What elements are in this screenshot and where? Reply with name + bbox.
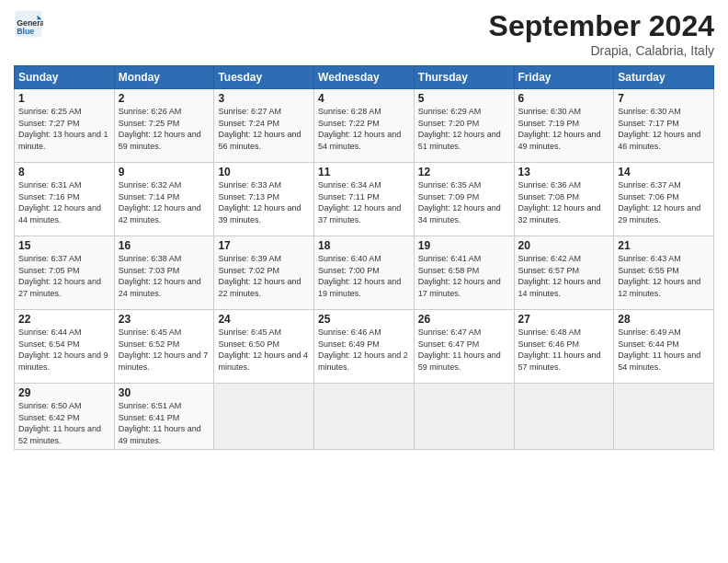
logo-icon: General Blue [14, 9, 43, 39]
svg-text:Blue: Blue [17, 27, 34, 36]
col-tuesday: Tuesday [214, 66, 314, 89]
calendar-cell: 9 Sunrise: 6:32 AMSunset: 7:14 PMDayligh… [114, 163, 214, 236]
calendar-cell: 19 Sunrise: 6:41 AMSunset: 6:58 PMDaylig… [414, 236, 514, 310]
calendar-cell: 26 Sunrise: 6:47 AMSunset: 6:47 PMDaylig… [414, 310, 514, 384]
day-info: Sunrise: 6:31 AMSunset: 7:16 PMDaylight:… [18, 180, 101, 224]
day-info: Sunrise: 6:45 AMSunset: 6:52 PMDaylight:… [119, 327, 209, 372]
day-info: Sunrise: 6:33 AMSunset: 7:13 PMDaylight:… [218, 180, 301, 224]
day-info: Sunrise: 6:35 AMSunset: 7:09 PMDaylight:… [418, 180, 501, 224]
day-number: 9 [119, 166, 210, 178]
col-monday: Monday [114, 66, 214, 89]
table-row: 8 Sunrise: 6:31 AMSunset: 7:16 PMDayligh… [15, 163, 714, 236]
month-title: September 2024 [489, 9, 714, 43]
day-number: 23 [119, 313, 210, 326]
header: General Blue September 2024 Drapia, Cala… [14, 9, 714, 58]
day-info: Sunrise: 6:30 AMSunset: 7:19 PMDaylight:… [518, 107, 601, 151]
calendar-cell: 15 Sunrise: 6:37 AMSunset: 7:05 PMDaylig… [15, 236, 115, 310]
calendar-cell [214, 384, 314, 450]
day-number: 27 [518, 313, 610, 326]
day-number: 10 [218, 166, 310, 178]
calendar-cell: 24 Sunrise: 6:45 AMSunset: 6:50 PMDaylig… [214, 310, 314, 384]
day-info: Sunrise: 6:29 AMSunset: 7:20 PMDaylight:… [418, 107, 501, 151]
day-info: Sunrise: 6:43 AMSunset: 6:55 PMDaylight:… [618, 254, 700, 298]
day-info: Sunrise: 6:48 AMSunset: 6:46 PMDaylight:… [518, 327, 601, 372]
table-row: 22 Sunrise: 6:44 AMSunset: 6:54 PMDaylig… [15, 310, 714, 384]
day-info: Sunrise: 6:49 AMSunset: 6:44 PMDaylight:… [618, 327, 700, 372]
col-thursday: Thursday [414, 66, 514, 89]
day-number: 30 [119, 386, 210, 399]
location-subtitle: Drapia, Calabria, Italy [489, 43, 714, 58]
table-row: 29 Sunrise: 6:50 AMSunset: 6:42 PMDaylig… [15, 384, 714, 450]
calendar-cell: 29 Sunrise: 6:50 AMSunset: 6:42 PMDaylig… [15, 384, 115, 450]
calendar-cell: 14 Sunrise: 6:37 AMSunset: 7:06 PMDaylig… [614, 163, 714, 236]
day-number: 18 [318, 239, 410, 252]
day-info: Sunrise: 6:34 AMSunset: 7:11 PMDaylight:… [318, 180, 401, 224]
calendar-cell: 30 Sunrise: 6:51 AMSunset: 6:41 PMDaylig… [114, 384, 214, 450]
day-info: Sunrise: 6:27 AMSunset: 7:24 PMDaylight:… [218, 107, 301, 151]
day-number: 17 [218, 239, 310, 252]
day-info: Sunrise: 6:28 AMSunset: 7:22 PMDaylight:… [318, 107, 401, 151]
table-row: 1 Sunrise: 6:25 AMSunset: 7:27 PMDayligh… [15, 89, 714, 163]
calendar-cell: 12 Sunrise: 6:35 AMSunset: 7:09 PMDaylig… [414, 163, 514, 236]
calendar-cell: 10 Sunrise: 6:33 AMSunset: 7:13 PMDaylig… [214, 163, 314, 236]
day-number: 6 [518, 92, 610, 105]
title-block: September 2024 Drapia, Calabria, Italy [489, 9, 714, 58]
day-info: Sunrise: 6:30 AMSunset: 7:17 PMDaylight:… [618, 107, 700, 151]
calendar-cell: 5 Sunrise: 6:29 AMSunset: 7:20 PMDayligh… [414, 89, 514, 163]
day-number: 8 [18, 166, 110, 178]
day-number: 26 [418, 313, 510, 326]
calendar-cell: 25 Sunrise: 6:46 AMSunset: 6:49 PMDaylig… [314, 310, 415, 384]
col-saturday: Saturday [614, 66, 714, 89]
day-info: Sunrise: 6:40 AMSunset: 7:00 PMDaylight:… [318, 254, 401, 298]
day-number: 7 [618, 92, 710, 105]
calendar-cell [414, 384, 514, 450]
day-info: Sunrise: 6:41 AMSunset: 6:58 PMDaylight:… [418, 254, 501, 298]
day-info: Sunrise: 6:39 AMSunset: 7:02 PMDaylight:… [218, 254, 301, 298]
calendar-cell: 13 Sunrise: 6:36 AMSunset: 7:08 PMDaylig… [514, 163, 614, 236]
day-number: 19 [418, 239, 510, 252]
day-number: 13 [518, 166, 610, 178]
day-number: 24 [218, 313, 310, 326]
calendar-cell: 3 Sunrise: 6:27 AMSunset: 7:24 PMDayligh… [214, 89, 314, 163]
calendar-cell: 23 Sunrise: 6:45 AMSunset: 6:52 PMDaylig… [114, 310, 214, 384]
day-number: 14 [618, 166, 710, 178]
day-number: 5 [418, 92, 510, 105]
calendar-cell: 27 Sunrise: 6:48 AMSunset: 6:46 PMDaylig… [514, 310, 614, 384]
day-number: 4 [318, 92, 410, 105]
day-info: Sunrise: 6:50 AMSunset: 6:42 PMDaylight:… [18, 401, 101, 445]
day-number: 28 [618, 313, 710, 326]
day-info: Sunrise: 6:51 AMSunset: 6:41 PMDaylight:… [119, 401, 201, 445]
day-number: 1 [18, 92, 110, 105]
day-number: 29 [18, 386, 110, 399]
calendar-cell: 7 Sunrise: 6:30 AMSunset: 7:17 PMDayligh… [614, 89, 714, 163]
day-info: Sunrise: 6:26 AMSunset: 7:25 PMDaylight:… [119, 107, 201, 151]
calendar-cell: 21 Sunrise: 6:43 AMSunset: 6:55 PMDaylig… [614, 236, 714, 310]
calendar-cell: 18 Sunrise: 6:40 AMSunset: 7:00 PMDaylig… [314, 236, 415, 310]
day-number: 12 [418, 166, 510, 178]
day-number: 11 [318, 166, 410, 178]
calendar-cell [314, 384, 415, 450]
day-info: Sunrise: 6:32 AMSunset: 7:14 PMDaylight:… [119, 180, 201, 224]
calendar-container: General Blue September 2024 Drapia, Cala… [0, 0, 728, 563]
header-row: Sunday Monday Tuesday Wednesday Thursday… [15, 66, 714, 89]
calendar-cell: 17 Sunrise: 6:39 AMSunset: 7:02 PMDaylig… [214, 236, 314, 310]
calendar-cell: 28 Sunrise: 6:49 AMSunset: 6:44 PMDaylig… [614, 310, 714, 384]
day-info: Sunrise: 6:25 AMSunset: 7:27 PMDaylight:… [18, 107, 108, 151]
day-info: Sunrise: 6:42 AMSunset: 6:57 PMDaylight:… [518, 254, 601, 298]
calendar-cell: 20 Sunrise: 6:42 AMSunset: 6:57 PMDaylig… [514, 236, 614, 310]
calendar-cell: 1 Sunrise: 6:25 AMSunset: 7:27 PMDayligh… [15, 89, 115, 163]
day-number: 20 [518, 239, 610, 252]
day-info: Sunrise: 6:46 AMSunset: 6:49 PMDaylight:… [318, 327, 408, 372]
calendar-cell: 8 Sunrise: 6:31 AMSunset: 7:16 PMDayligh… [15, 163, 115, 236]
day-number: 15 [18, 239, 110, 252]
day-info: Sunrise: 6:44 AMSunset: 6:54 PMDaylight:… [18, 327, 108, 372]
day-number: 3 [218, 92, 310, 105]
calendar-cell [614, 384, 714, 450]
calendar-cell: 4 Sunrise: 6:28 AMSunset: 7:22 PMDayligh… [314, 89, 415, 163]
calendar-cell: 2 Sunrise: 6:26 AMSunset: 7:25 PMDayligh… [114, 89, 214, 163]
day-info: Sunrise: 6:47 AMSunset: 6:47 PMDaylight:… [418, 327, 501, 372]
logo: General Blue [14, 9, 43, 39]
col-friday: Friday [514, 66, 614, 89]
day-number: 22 [18, 313, 110, 326]
day-number: 21 [618, 239, 710, 252]
